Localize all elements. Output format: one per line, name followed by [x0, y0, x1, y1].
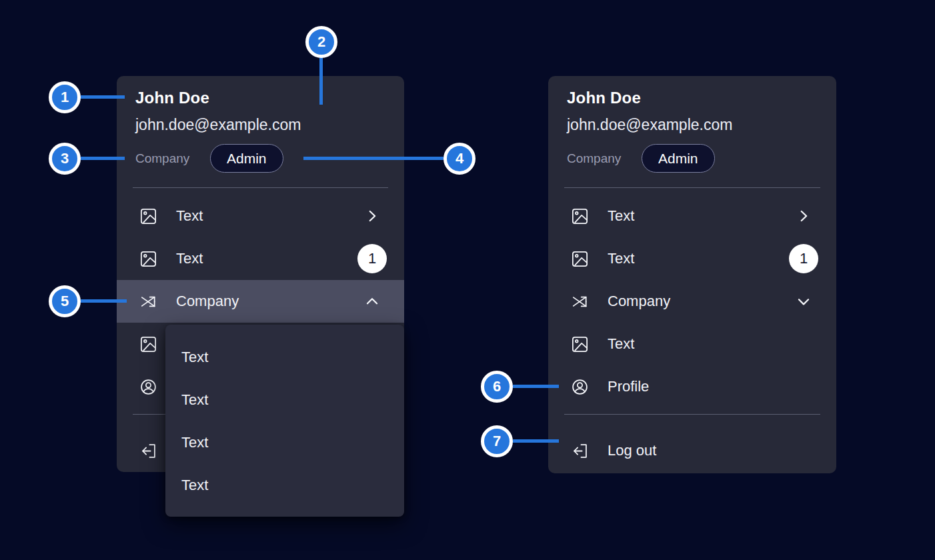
- menu-item-text-1[interactable]: Text: [117, 195, 404, 237]
- submenu-item[interactable]: Text: [165, 421, 404, 464]
- menu-item-text-3[interactable]: Text: [548, 323, 836, 365]
- image-icon: [139, 249, 158, 269]
- callout-number: 2: [317, 33, 325, 51]
- menu-item-text-1[interactable]: Text: [548, 195, 836, 237]
- role-badge: Admin: [210, 144, 283, 173]
- user-email: john.doe@example.com: [135, 115, 301, 135]
- callout-line-2: [319, 57, 323, 105]
- submenu-item[interactable]: Text: [165, 464, 404, 507]
- user-email: john.doe@example.com: [567, 115, 732, 135]
- company-label: Company: [135, 149, 189, 168]
- menu-item-label: Log out: [608, 442, 656, 459]
- user-name: John Doe: [135, 88, 209, 108]
- callout-line-4: [303, 157, 443, 160]
- image-icon: [570, 207, 590, 226]
- notification-count-badge: 1: [357, 244, 387, 273]
- footer-divider: [564, 414, 820, 415]
- menu-item-label: Text: [176, 207, 203, 225]
- role-badge-label: Admin: [227, 151, 267, 167]
- logout-icon: [570, 441, 590, 461]
- menu-item-logout[interactable]: Log out: [548, 429, 836, 472]
- callout-number: 1: [61, 89, 69, 106]
- callout-5: 5: [49, 285, 81, 317]
- callout-number: 7: [493, 433, 501, 450]
- logout-icon: [139, 441, 158, 461]
- submenu-item-label: Text: [181, 477, 208, 494]
- callout-number: 4: [455, 150, 463, 167]
- menu-item-company-expanded[interactable]: Company: [117, 280, 404, 323]
- header-divider: [133, 187, 388, 188]
- callout-line-3: [81, 157, 125, 160]
- company-submenu: Text Text Text Text: [165, 325, 404, 517]
- menu-item-text-2[interactable]: Text 1: [117, 237, 404, 280]
- submenu-item[interactable]: Text: [165, 379, 404, 421]
- role-badge: Admin: [642, 144, 715, 173]
- menu-item-label: Text: [608, 335, 634, 353]
- submenu-item-label: Text: [181, 349, 208, 366]
- callout-line-6: [513, 385, 559, 388]
- menu-item-text-2[interactable]: Text 1: [548, 237, 836, 280]
- menu-item-label: Profile: [608, 378, 649, 395]
- profile-icon: [139, 377, 158, 397]
- callout-3: 3: [49, 143, 81, 175]
- submenu-item-label: Text: [181, 391, 208, 409]
- shuffle-icon: [139, 292, 158, 311]
- role-badge-label: Admin: [658, 151, 698, 167]
- user-menu-collapsed: John Doe john.doe@example.com Company Ad…: [548, 76, 836, 473]
- notification-count-badge: 1: [789, 244, 818, 273]
- callout-number: 5: [61, 293, 69, 310]
- menu-item-label: Company: [608, 293, 670, 310]
- callout-number: 6: [493, 378, 501, 395]
- menu-item-label: Company: [176, 293, 239, 310]
- shuffle-icon: [570, 292, 590, 311]
- callout-4: 4: [443, 143, 476, 175]
- chevron-up-icon: [363, 293, 381, 310]
- header-divider: [564, 187, 820, 188]
- user-name: John Doe: [567, 88, 641, 108]
- chevron-right-icon: [795, 207, 812, 225]
- callout-line-7: [513, 439, 559, 443]
- submenu-item[interactable]: Text: [165, 336, 404, 379]
- callout-number: 3: [61, 150, 69, 167]
- chevron-right-icon: [363, 207, 381, 225]
- image-icon: [139, 207, 158, 226]
- callout-6: 6: [481, 371, 513, 403]
- menu-item-label: Text: [176, 250, 203, 267]
- chevron-down-icon: [795, 293, 812, 310]
- menu-item-company[interactable]: Company: [548, 280, 836, 323]
- image-icon: [570, 335, 590, 354]
- submenu-item-label: Text: [181, 434, 208, 451]
- company-label: Company: [567, 149, 621, 168]
- callout-line-1: [81, 95, 125, 99]
- image-icon: [139, 335, 158, 354]
- callout-1: 1: [49, 81, 81, 113]
- callout-2: 2: [305, 26, 337, 58]
- menu-item-label: Text: [608, 207, 634, 225]
- callout-line-5: [81, 299, 127, 303]
- image-icon: [570, 249, 590, 269]
- menu-item-profile[interactable]: Profile: [548, 365, 836, 408]
- callout-7: 7: [481, 425, 513, 457]
- profile-icon: [570, 377, 590, 397]
- menu-item-label: Text: [608, 250, 634, 267]
